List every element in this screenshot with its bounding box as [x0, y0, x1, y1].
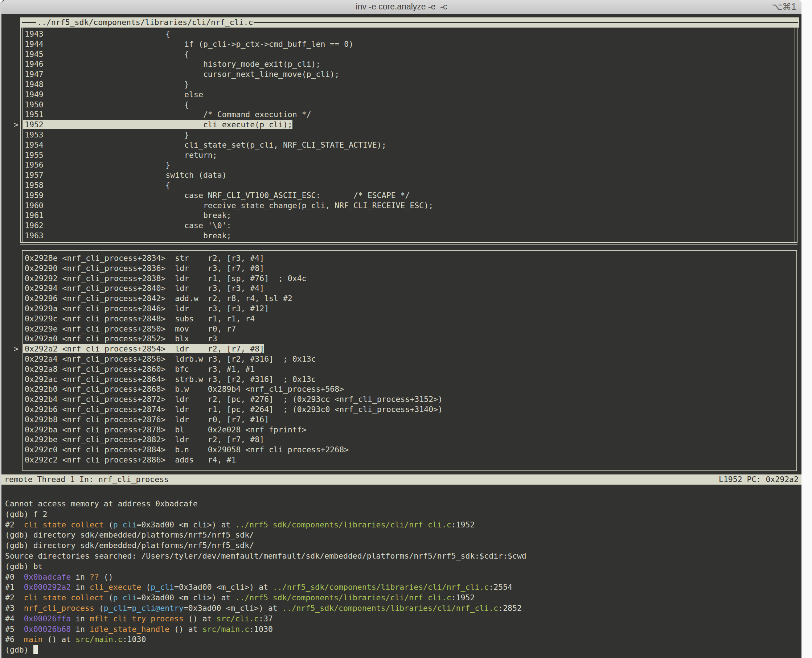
source-window-bottom-border [20, 242, 798, 245]
source-line: 1960 receive_state_change(p_cli, NRF_CLI… [23, 201, 773, 211]
asm-line: 0x292a4 <nrf_cli_process+2856> ldrb.w r3… [23, 354, 769, 364]
source-line: 1945 { [23, 49, 773, 60]
border-top-line [254, 22, 798, 23]
source-window-right-border [795, 28, 798, 242]
source-file-path: ../nrf5_sdk/components/libraries/cli/nrf… [36, 17, 254, 28]
asm-line: 0x292ac <nrf_cli_process+2864> strb.w r3… [23, 374, 769, 384]
console-line: (gdb) f 2 [5, 509, 791, 520]
status-line-pc-info: L1952 PC: 0x292a2 [719, 475, 799, 485]
asm-line: 0x2928e <nrf_cli_process+2834> str r2, [… [23, 253, 769, 263]
asm-line: 0x29292 <nrf_cli_process+2838> ldr r1, [… [23, 274, 769, 284]
source-line: >1952 cli_execute(p_cli); [23, 120, 773, 130]
source-line: 1958 { [23, 180, 773, 190]
asm-line: 0x292c0 <nrf_cli_process+2884> b.n 0x290… [23, 445, 769, 455]
console-line: #1 0x000292a2 in cli_execute (p_cli=0x3a… [5, 582, 791, 593]
window-titlebar[interactable]: inv -e core.analyze -e -c ⌥⌘1 [2, 0, 801, 14]
source-line: 1961 break; [23, 210, 773, 221]
source-line: 1957 switch (data) [23, 170, 773, 180]
asm-line: 0x292b0 <nrf_cli_process+2868> b.w 0x289… [23, 384, 769, 394]
asm-line: 0x2929e <nrf_cli_process+2850> mov r0, r… [23, 324, 769, 334]
source-line: 1955 return; [23, 150, 773, 160]
console-line: (gdb) directory sdk/embedded/platforms/n… [5, 540, 791, 551]
console-line: #2 cli_state_collect (p_cli=0x3ad00 <m_c… [5, 593, 791, 603]
console-line: #6 main () at src/main.c:1030 [5, 634, 791, 645]
source-window: 1943 {1944 if (p_cli->p_ctx->cmd_buff_le… [23, 29, 773, 241]
execution-marker-icon: > [14, 344, 19, 354]
asm-line: 0x292b6 <nrf_cli_process+2874> ldr r1, [… [23, 404, 769, 415]
console-line: #3 nrf_cli_process (p_cli=p_cli@entry=0x… [5, 603, 791, 614]
tui-status-bar: remote Thread 1 In: nrf_cli_process L195… [2, 475, 801, 485]
asm-line: 0x292b8 <nrf_cli_process+2876> ldr r0, [… [23, 415, 769, 425]
console-line: #0 0x0badcafe in ?? () [5, 572, 791, 583]
source-window-left-border [20, 28, 23, 242]
asm-line: 0x29294 <nrf_cli_process+2840> ldr r3, [… [23, 283, 769, 293]
source-line: 1949 else [23, 89, 773, 100]
source-line: 1948 } [23, 80, 773, 89]
console-line: #5 0x00026b68 in idle_state_handle () at… [5, 624, 791, 635]
asm-line: 0x292ba <nrf_cli_process+2878> bl 0x2e02… [23, 425, 769, 435]
console-line: #2 cli_state_collect (p_cli=0x3ad00 <m_c… [5, 520, 791, 530]
tab-shortcut-indicator: ⌥⌘1 [772, 2, 796, 12]
status-thread-info: remote Thread 1 In: nrf_cli_process [4, 475, 169, 485]
source-line: 1953 } [23, 130, 773, 140]
source-line: 1944 if (p_cli->p_ctx->cmd_buff_len == 0… [23, 39, 773, 49]
source-line: 1963 break; [23, 231, 773, 241]
console-line: #4 0x00026ffa in mflt_cli_try_process ()… [5, 614, 791, 624]
gdb-console[interactable]: Cannot access memory at address 0xbadcaf… [2, 499, 791, 655]
source-window-title-bar: ../nrf5_sdk/components/libraries/cli/nrf… [20, 17, 799, 28]
console-line: (gdb) bt [5, 561, 791, 572]
execution-marker-icon: > [14, 120, 19, 130]
source-line: 1943 { [23, 29, 773, 39]
asm-line: >0x292a2 <nrf_cli_process+2854> ldr r2, … [23, 344, 769, 354]
asm-line: 0x2929c <nrf_cli_process+2848> subs r1, … [23, 314, 769, 324]
terminal-window: inv -e core.analyze -e -c ⌥⌘1 ../nrf5_sd… [0, 0, 801, 658]
console-line: Source directories searched: /Users/tyle… [5, 551, 791, 561]
asm-line: 0x292a0 <nrf_cli_process+2852> blx r3 [23, 334, 769, 344]
source-line: 1959 case NRF_CLI_VT100_ASCII_ESC: /* ES… [23, 190, 773, 201]
asm-line: 0x292b4 <nrf_cli_process+2872> ldr r2, [… [23, 394, 769, 404]
asm-line: 0x29296 <nrf_cli_process+2842> add.w r2,… [23, 293, 769, 304]
console-line: (gdb) directory sdk/embedded/platforms/n… [5, 530, 791, 540]
source-line: 1956 } [23, 160, 773, 170]
asm-line: 0x2929a <nrf_cli_process+2846> ldr r3, [… [23, 304, 769, 314]
asm-line: 0x292be <nrf_cli_process+2882> ldr r2, [… [23, 434, 769, 445]
asm-line: 0x292c2 <nrf_cli_process+2886> adds r4, … [23, 455, 769, 465]
window-title: inv -e core.analyze -e -c [2, 2, 801, 12]
asm-line: 0x29290 <nrf_cli_process+2836> ldr r3, [… [23, 263, 769, 274]
source-line: 1947 cursor_next_line_move(p_cli); [23, 69, 773, 80]
terminal-cursor[interactable] [33, 645, 38, 654]
asm-window-bottom-border [22, 470, 797, 471]
asm-window-left-border [22, 250, 22, 471]
source-line: 1954 cli_state_set(p_cli, NRF_CLI_STATE_… [23, 140, 773, 150]
asm-line: 0x292a8 <nrf_cli_process+2860> bfc r3, #… [23, 364, 769, 374]
console-line: (gdb) [5, 645, 791, 655]
source-line: 1951 /* Command execution */ [23, 110, 773, 120]
console-line: Cannot access memory at address 0xbadcaf… [5, 499, 791, 509]
asm-window: 0x2928e <nrf_cli_process+2834> str r2, [… [23, 253, 769, 465]
terminal-content[interactable]: ../nrf5_sdk/components/libraries/cli/nrf… [2, 14, 801, 658]
border-corner-line [22, 22, 36, 23]
source-line: 1962 case '\0': [23, 221, 773, 231]
source-line: 1946 history_mode_exit(p_cli); [23, 59, 773, 69]
asm-window-right-border [796, 250, 797, 471]
source-line: 1950 { [23, 100, 773, 110]
asm-window-top-border [22, 250, 797, 251]
